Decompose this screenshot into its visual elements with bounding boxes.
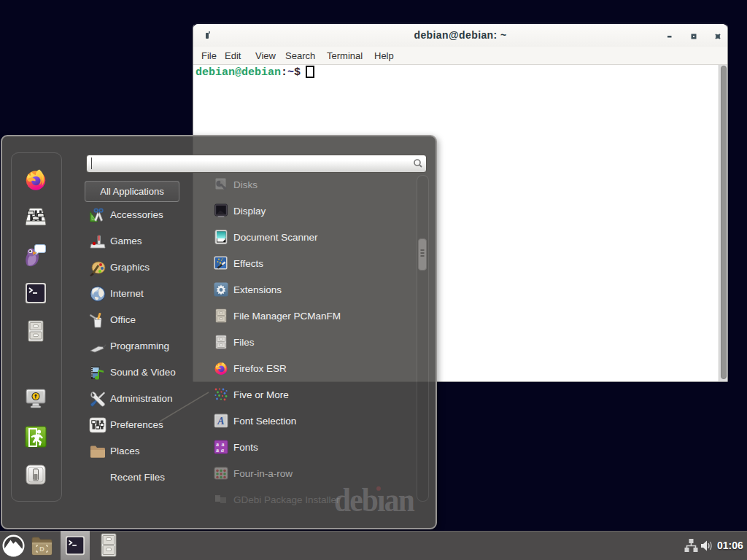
svg-text:D: D	[39, 545, 44, 553]
svg-text:a: a	[221, 447, 224, 454]
svg-text:A: A	[217, 416, 224, 427]
svg-text:a: a	[216, 447, 219, 454]
